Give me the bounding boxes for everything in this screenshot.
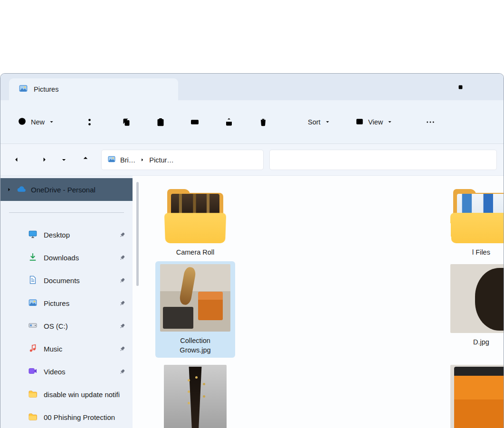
file-grid: Camera Roll Collection Grows.jpg ESP-LTD… xyxy=(143,176,504,428)
chevron-right-icon xyxy=(140,157,145,162)
sidebar-item-pictures[interactable]: Pictures xyxy=(0,292,133,314)
maximize-button[interactable] xyxy=(446,74,475,100)
window-controls xyxy=(416,74,504,100)
chevron-down-icon xyxy=(325,118,330,126)
sidebar-item-label: Documents xyxy=(44,276,113,285)
sidebar-item-label: Music xyxy=(44,345,113,353)
file-name: l Files xyxy=(472,248,490,257)
recent-locations-button[interactable] xyxy=(55,151,73,169)
sidebar-item-desktop[interactable]: Desktop xyxy=(0,223,133,246)
drive-icon xyxy=(28,321,38,332)
search-input[interactable] xyxy=(269,150,497,170)
pin-icon xyxy=(119,345,126,352)
sidebar-item-label: Pictures xyxy=(44,299,113,307)
pictures-icon xyxy=(28,298,38,309)
sort-icon xyxy=(295,117,304,127)
share-button[interactable] xyxy=(219,113,238,132)
more-options-button[interactable] xyxy=(421,113,440,132)
copy-button[interactable] xyxy=(117,113,136,132)
downloads-icon xyxy=(28,252,38,263)
sidebar-item-os-c[interactable]: OS (C:) xyxy=(0,314,133,337)
close-tab-icon[interactable] xyxy=(159,83,171,95)
folder-thumbnail xyxy=(450,186,504,243)
pin-icon xyxy=(119,323,126,330)
image-thumbnail xyxy=(450,365,504,428)
sidebar-item-videos[interactable]: Videos xyxy=(0,360,133,383)
file-tile-esp-ltd[interactable]: ESP-LTD-EC-100.jpg xyxy=(157,362,233,428)
pin-icon xyxy=(119,254,126,261)
sidebar-item-documents[interactable]: Documents xyxy=(0,269,133,292)
delete-button[interactable] xyxy=(254,113,273,132)
sort-button-label: Sort xyxy=(308,118,321,126)
sidebar-item-label: Downloads xyxy=(44,254,113,262)
command-toolbar: New Sort View xyxy=(0,100,504,144)
file-tile-files-folder[interactable]: l Files xyxy=(443,183,504,260)
sidebar-item-label: Videos xyxy=(44,368,113,376)
chevron-right-icon[interactable] xyxy=(6,187,12,192)
sidebar-item-label: OneDrive - Personal xyxy=(31,186,95,194)
titlebar: Pictures xyxy=(0,74,504,100)
tab-pictures[interactable]: Pictures xyxy=(9,78,178,100)
sidebar-item-folder[interactable]: disable win update notifi xyxy=(0,383,133,406)
file-name: D.jpg xyxy=(473,338,489,347)
music-icon xyxy=(28,343,38,354)
sidebar-scrollbar[interactable] xyxy=(136,182,139,286)
new-tab-button[interactable] xyxy=(190,85,204,99)
file-tile-crush-jpg[interactable]: Crush jpg xyxy=(443,362,504,428)
sidebar-item-folder[interactable]: 00 Phishing Protection xyxy=(0,406,133,428)
plus-circle-icon xyxy=(18,117,27,127)
pin-icon xyxy=(119,231,126,238)
file-tile-d-jpg[interactable]: D.jpg xyxy=(443,261,504,350)
sort-button[interactable]: Sort xyxy=(290,113,335,132)
sidebar: OneDrive - Personal Desktop Downloads Do… xyxy=(0,176,133,428)
breadcrumb-root[interactable]: Bri… xyxy=(120,156,135,164)
folder-icon xyxy=(28,389,38,400)
navigation-bar: Bri… Pictur… xyxy=(0,144,504,176)
sidebar-item-label: Desktop xyxy=(44,231,113,239)
sidebar-item-label: disable win update notifi xyxy=(44,390,128,399)
sidebar-item-music[interactable]: Music xyxy=(0,337,133,360)
sidebar-item-downloads[interactable]: Downloads xyxy=(0,246,133,269)
up-button[interactable] xyxy=(76,151,95,169)
folder-thumbnail xyxy=(164,186,226,243)
new-button[interactable]: New xyxy=(12,113,60,132)
documents-icon xyxy=(28,275,38,286)
file-tile-camera-roll[interactable]: Camera Roll xyxy=(157,183,233,260)
onedrive-cloud-icon xyxy=(17,184,26,195)
main-area: OneDrive - Personal Desktop Downloads Do… xyxy=(0,176,504,428)
image-thumbnail xyxy=(160,264,230,332)
close-button[interactable] xyxy=(475,74,504,100)
paste-button[interactable] xyxy=(151,113,170,132)
back-button[interactable] xyxy=(9,151,27,169)
view-button[interactable]: View xyxy=(351,113,397,132)
cut-button[interactable] xyxy=(83,113,102,132)
file-tile-collection-grows[interactable]: Collection Grows.jpg xyxy=(155,261,235,358)
view-button-label: View xyxy=(368,118,383,126)
pin-icon xyxy=(119,300,126,307)
image-thumbnail xyxy=(164,365,227,428)
pictures-icon xyxy=(107,155,116,165)
folder-icon xyxy=(28,412,38,423)
rename-button[interactable] xyxy=(185,113,204,132)
file-name: Camera Roll xyxy=(176,248,215,257)
breadcrumb[interactable]: Bri… Pictur… xyxy=(101,150,264,170)
minimize-button[interactable] xyxy=(416,74,446,100)
pictures-icon xyxy=(19,84,28,95)
file-explorer-window: Pictures New Sort View xyxy=(0,73,504,428)
videos-icon xyxy=(28,366,38,377)
file-name: Collection Grows.jpg xyxy=(166,336,225,355)
chevron-down-icon xyxy=(49,118,54,126)
breadcrumb-current[interactable]: Pictur… xyxy=(149,156,174,164)
forward-button[interactable] xyxy=(34,151,52,169)
sidebar-divider xyxy=(9,212,124,213)
desktop-icon xyxy=(28,229,38,240)
pin-icon xyxy=(119,368,126,375)
pin-icon xyxy=(119,277,126,284)
chevron-down-icon xyxy=(387,118,392,126)
sidebar-item-label: 00 Phishing Protection xyxy=(44,413,128,421)
sidebar-item-label: OS (C:) xyxy=(44,322,113,330)
view-icon xyxy=(355,117,364,127)
new-button-label: New xyxy=(31,118,45,126)
sidebar-item-onedrive[interactable]: OneDrive - Personal xyxy=(0,178,133,201)
tab-title: Pictures xyxy=(34,86,159,93)
